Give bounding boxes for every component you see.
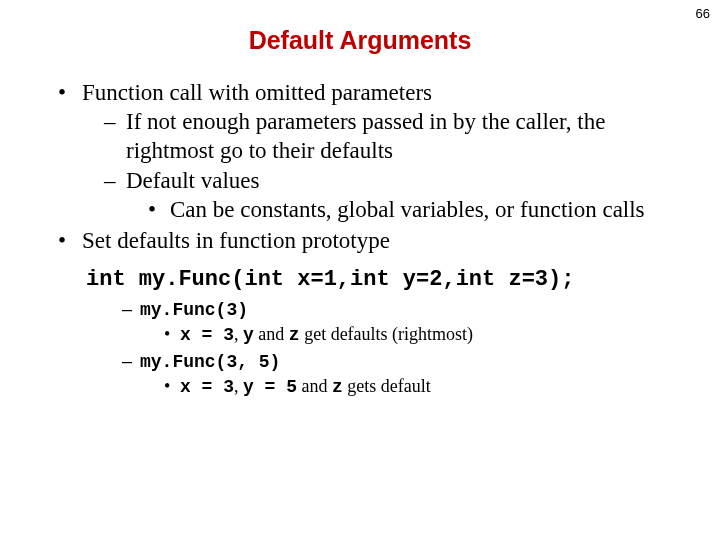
example-2-result: x = 3, y = 5 and z gets default: [164, 374, 680, 399]
prototype-code: int my.Func(int x=1,int y=2,int z=3);: [86, 266, 680, 294]
bullet-2: Set defaults in function prototype: [58, 227, 680, 256]
ex1-comma: ,: [234, 324, 243, 344]
ex1-x: x = 3: [180, 325, 234, 345]
example-2-call: my.Func(3, 5): [140, 352, 280, 372]
example-1-call: my.Func(3): [140, 300, 248, 320]
bullet-1-text: Function call with omitted parameters: [82, 80, 432, 105]
slide-title: Default Arguments: [40, 26, 680, 55]
ex1-y: y: [243, 325, 254, 345]
bullet-1-2-text: Default values: [126, 168, 259, 193]
slide-content: Function call with omitted parameters If…: [40, 79, 680, 399]
bullet-1-1: If not enough parameters passed in by th…: [104, 108, 680, 166]
ex2-y: y = 5: [243, 377, 297, 397]
examples-block: my.Func(3) x = 3, y and z get defaults (…: [50, 297, 680, 399]
page-number: 66: [696, 6, 710, 21]
ex1-tail: get defaults (rightmost): [300, 324, 473, 344]
bullet-1: Function call with omitted parameters If…: [58, 79, 680, 225]
ex2-x: x = 3: [180, 377, 234, 397]
ex2-tail: gets default: [343, 376, 431, 396]
example-1: my.Func(3) x = 3, y and z get defaults (…: [122, 297, 680, 348]
bullet-1-2-1: Can be constants, global variables, or f…: [148, 196, 680, 225]
ex2-and: and: [297, 376, 332, 396]
ex1-z: z: [289, 325, 300, 345]
example-1-result: x = 3, y and z get defaults (rightmost): [164, 322, 680, 347]
ex2-comma: ,: [234, 376, 243, 396]
bullet-1-2: Default values Can be constants, global …: [104, 167, 680, 225]
example-2: my.Func(3, 5) x = 3, y = 5 and z gets de…: [122, 349, 680, 400]
ex2-z: z: [332, 377, 343, 397]
ex1-and: and: [254, 324, 289, 344]
